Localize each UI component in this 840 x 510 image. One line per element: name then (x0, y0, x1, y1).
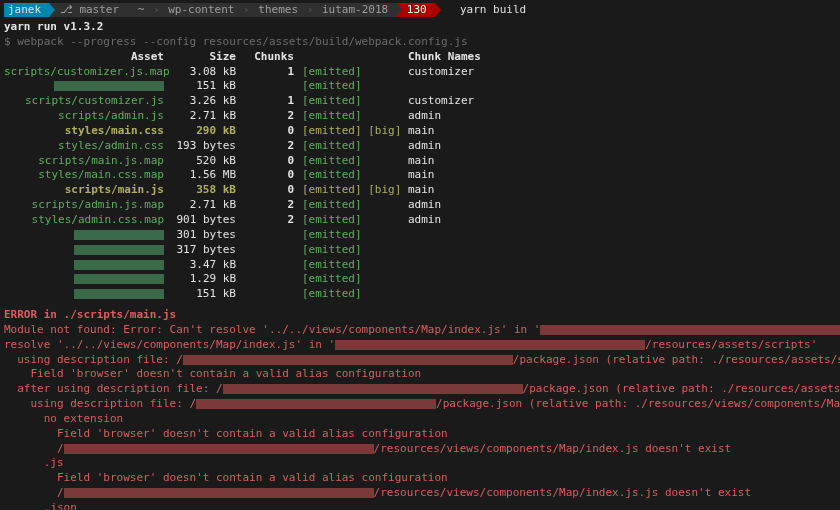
error-line: using description file: //package.json (… (0, 353, 840, 368)
table-row: 301 bytes[emitted] (0, 228, 840, 243)
error-line: Field 'browser' doesn't contain a valid … (0, 367, 840, 382)
table-row: 151 kB[emitted] (0, 287, 840, 302)
error-line: using description file: //package.json (… (0, 397, 840, 412)
col-emitted (302, 50, 408, 65)
table-row: scripts/admin.js.map2.71 kB2[emitted]adm… (0, 198, 840, 213)
webpack-command: $ webpack --progress --config resources/… (0, 35, 840, 50)
asset-table-body: scripts/customizer.js.map3.08 kB1[emitte… (0, 65, 840, 303)
col-chunks: Chunks (244, 50, 302, 65)
table-row: styles/main.css.map1.56 MB0[emitted]main (0, 168, 840, 183)
error-line: .json (0, 501, 840, 510)
error-line: Field 'browser' doesn't contain a valid … (0, 427, 840, 442)
table-row: styles/admin.css.map901 bytes2[emitted]a… (0, 213, 840, 228)
table-row: scripts/main.js358 kB0[emitted] [big]mai… (0, 183, 840, 198)
error-line: .js (0, 456, 840, 471)
table-row: scripts/customizer.js3.26 kB1[emitted]cu… (0, 94, 840, 109)
col-size: Size (172, 50, 244, 65)
powerline-prompt: janek ⎇ master ~ › wp-content › themes ›… (0, 0, 840, 20)
crumb-user: janek (4, 3, 49, 17)
table-row: scripts/main.js.map520 kB0[emitted]main (0, 154, 840, 169)
error-line: after using description file: //package.… (0, 382, 840, 397)
col-asset: Asset (4, 50, 172, 65)
error-header: ERROR in ./scripts/main.js (0, 308, 840, 323)
table-row: 151 kB[emitted] (0, 79, 840, 94)
crumb-command: yarn build (435, 3, 526, 18)
crumb-branch: ⎇ master (49, 3, 127, 17)
error-line: //resources/views/components/Map/index.j… (0, 442, 840, 457)
error-line: //resources/views/components/Map/index.j… (0, 486, 840, 501)
table-row: scripts/customizer.js.map3.08 kB1[emitte… (0, 65, 840, 80)
error-line: resolve '../../views/components/Map/inde… (0, 338, 840, 353)
yarn-version: yarn run v1.3.2 (0, 20, 840, 35)
table-row: 317 bytes[emitted] (0, 243, 840, 258)
error-line: Field 'browser' doesn't contain a valid … (0, 471, 840, 486)
crumb-path: ~ › wp-content › themes › iutam-2018 (127, 3, 396, 17)
table-row: 3.47 kB[emitted] (0, 258, 840, 273)
table-row: styles/main.css290 kB0[emitted] [big]mai… (0, 124, 840, 139)
asset-table-header: Asset Size Chunks Chunk Names (0, 50, 840, 65)
table-row: 1.29 kB[emitted] (0, 272, 840, 287)
error-line: Module not found: Error: Can't resolve '… (0, 323, 840, 338)
table-row: styles/admin.css193 bytes2[emitted]admin (0, 139, 840, 154)
table-row: scripts/admin.js2.71 kB2[emitted]admin (0, 109, 840, 124)
error-line: no extension (0, 412, 840, 427)
col-chunk-names: Chunk Names (408, 50, 836, 65)
